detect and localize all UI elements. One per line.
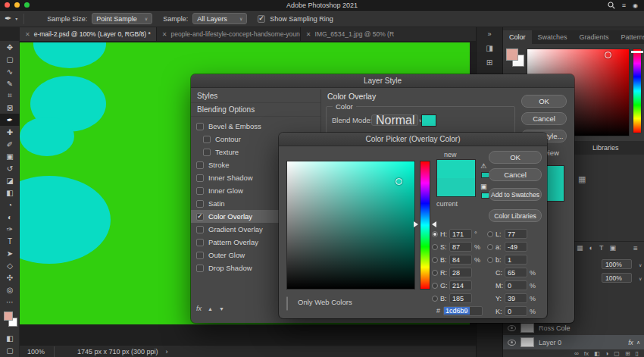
color-field[interactable] xyxy=(286,161,415,290)
effect-checkbox[interactable] xyxy=(196,161,204,169)
effect-checkbox[interactable] xyxy=(196,213,204,221)
delete-layer-icon[interactable]: ▯ xyxy=(636,350,639,357)
opacity-value[interactable]: 100% xyxy=(602,259,632,269)
panel-tab[interactable]: Gradients xyxy=(574,30,615,44)
zoom-level[interactable]: 100% xyxy=(27,348,45,355)
lasso-tool[interactable]: ∿ xyxy=(0,65,20,77)
layer-thumbnail[interactable] xyxy=(521,323,534,333)
color-field-marker[interactable] xyxy=(605,52,611,58)
web-safe-icon[interactable]: ▣ xyxy=(480,183,487,190)
field-input[interactable]: 1 xyxy=(505,255,527,265)
show-sampling-ring-checkbox[interactable] xyxy=(258,15,265,23)
filter-type-layers-icon[interactable]: T xyxy=(599,244,604,252)
close-tab-icon[interactable]: ✕ xyxy=(25,31,30,38)
dodge-tool[interactable]: ◐ xyxy=(0,211,20,223)
move-effect-up-icon[interactable]: ▲ xyxy=(208,306,213,312)
cancel-button[interactable]: Cancel xyxy=(521,112,567,125)
effect-checkbox[interactable] xyxy=(196,226,204,233)
layer-style-dialog-title[interactable]: Layer Style xyxy=(191,74,574,88)
siri-icon[interactable]: ◉ xyxy=(633,2,638,9)
shape-tool[interactable]: ◇ xyxy=(0,259,20,271)
field-input[interactable]: 84 xyxy=(449,255,472,265)
sample-dropdown[interactable]: All Layers ∨ xyxy=(192,13,247,24)
close-tab-icon[interactable]: ✕ xyxy=(162,31,167,38)
tab-people-lifestyle[interactable]: ✕ people-and-lifestyle-concept-handsome-… xyxy=(157,27,301,41)
brush-tool[interactable]: ✐ xyxy=(0,138,20,150)
tab-libraries[interactable]: Libraries xyxy=(592,144,619,152)
color-picker-dialog-title[interactable]: Color Picker (Overlay Color) xyxy=(279,133,547,146)
hand-tool[interactable]: ✣ xyxy=(0,271,20,283)
grid-view-icon[interactable]: ▦ xyxy=(578,174,586,184)
panel-tab[interactable]: Patterns xyxy=(615,30,644,44)
hex-input[interactable]: 1cd6b9 xyxy=(443,306,483,316)
hue-slider-marker[interactable] xyxy=(631,51,643,53)
field-input[interactable]: 39 xyxy=(505,293,527,303)
hue-marker-right-icon[interactable] xyxy=(432,221,436,227)
effect-checkbox[interactable] xyxy=(196,252,204,259)
gamut-warning-icon[interactable]: ⚠ xyxy=(480,162,486,170)
overlay-color-swatch[interactable] xyxy=(421,114,436,127)
field-input[interactable]: 65 xyxy=(505,268,527,277)
quick-selection-tool[interactable]: ✎ xyxy=(0,77,20,89)
field-input[interactable]: 171 xyxy=(449,229,472,239)
hue-marker-left-icon[interactable] xyxy=(414,221,418,227)
type-tool[interactable]: T xyxy=(0,235,20,247)
field-input[interactable]: 28 xyxy=(449,268,472,277)
layer-mask-icon[interactable]: ◧ xyxy=(594,350,600,357)
effect-row[interactable]: Bevel & Emboss xyxy=(191,120,320,133)
effect-checkbox[interactable] xyxy=(203,149,211,156)
cancel-button[interactable]: Cancel xyxy=(489,168,542,181)
layer-effects-icon[interactable]: fx xyxy=(584,350,589,357)
effect-checkbox[interactable] xyxy=(196,239,204,246)
color-mode-radio[interactable] xyxy=(432,296,438,302)
styles-list-item[interactable]: Styles xyxy=(191,89,320,103)
eyedropper-tool-icon[interactable]: ✒ xyxy=(5,14,11,23)
color-mode-radio[interactable] xyxy=(432,270,438,276)
ok-button[interactable]: OK xyxy=(489,151,542,164)
layer-fx-badge[interactable]: fx xyxy=(628,339,633,346)
blend-mode-dropdown[interactable]: Normal ∨ xyxy=(371,114,418,126)
color-mode-radio[interactable] xyxy=(432,231,438,237)
field-input[interactable]: 214 xyxy=(449,280,472,290)
color-mode-radio[interactable] xyxy=(432,257,438,263)
field-input[interactable]: 0 xyxy=(505,306,527,316)
color-panel-hue-slider[interactable] xyxy=(633,49,642,133)
foreground-color-swatch[interactable] xyxy=(506,49,518,61)
new-layer-icon[interactable]: ⊞ xyxy=(625,350,630,357)
collapsed-panel-icon-1[interactable]: ◨ xyxy=(486,44,492,52)
layer-row[interactable]: Layer 0 fx ∧ xyxy=(503,335,644,349)
quick-mask-icon[interactable]: ◧ xyxy=(0,332,20,344)
field-input[interactable]: 87 xyxy=(449,242,472,252)
layer-visibility-eye-icon[interactable] xyxy=(508,325,516,331)
ok-button[interactable]: OK xyxy=(521,95,567,108)
color-mode-radio[interactable] xyxy=(487,231,493,237)
filter-shape-layers-icon[interactable]: ▣ xyxy=(609,244,616,252)
blur-tool[interactable]: ◔ xyxy=(0,199,20,211)
fill-value[interactable]: 100% xyxy=(602,273,632,283)
crop-tool[interactable]: ⌗ xyxy=(0,89,20,102)
layer-thumbnail[interactable] xyxy=(521,337,534,347)
hue-slider[interactable] xyxy=(420,161,430,290)
panel-tab[interactable]: Swatches xyxy=(532,30,574,44)
filter-adjustment-layers-icon[interactable]: ◐ xyxy=(589,244,593,252)
frame-tool[interactable]: ⊠ xyxy=(0,102,20,114)
effect-checkbox[interactable] xyxy=(196,174,204,182)
edit-toolbar-icon[interactable]: ⋯ xyxy=(0,296,20,308)
filter-pixel-layers-icon[interactable]: ▦ xyxy=(577,244,583,252)
color-mode-radio[interactable] xyxy=(432,244,438,250)
screen-mode-icon[interactable]: ▢ xyxy=(0,344,20,356)
layer-group-icon[interactable]: ▢ xyxy=(614,350,620,357)
effect-checkbox[interactable] xyxy=(196,123,204,130)
clone-stamp-tool[interactable]: ▣ xyxy=(0,150,20,162)
link-layers-icon[interactable]: ∞ xyxy=(574,350,579,357)
field-input[interactable]: 185 xyxy=(449,293,472,303)
blending-options-item[interactable]: Blending Options xyxy=(191,103,320,117)
panel-menu-icon[interactable]: ≡ xyxy=(633,244,638,252)
move-tool[interactable]: ✥ xyxy=(0,41,20,53)
layer-visibility-eye-icon[interactable] xyxy=(508,340,516,346)
search-icon[interactable] xyxy=(608,2,615,9)
control-center-icon[interactable]: ≡ xyxy=(622,2,626,9)
pen-tool[interactable]: ✑ xyxy=(0,223,20,235)
effect-checkbox[interactable] xyxy=(196,265,204,272)
color-field-marker[interactable] xyxy=(395,178,402,185)
